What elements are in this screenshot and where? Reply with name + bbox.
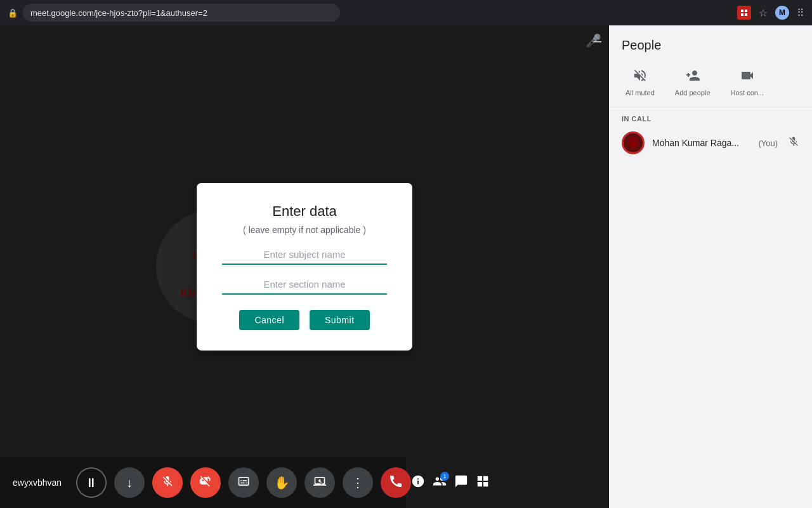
add-people-button[interactable]: Add people <box>666 63 719 102</box>
video-area: 🎤̶ King Mohan Enter data ( leave empty i… <box>0 25 609 508</box>
all-muted-button[interactable]: All muted <box>617 63 664 102</box>
svg-rect-3 <box>745 13 747 16</box>
dialog-buttons: Cancel Submit <box>239 310 369 330</box>
enter-data-dialog: Enter data ( leave empty if not applicab… <box>197 183 412 351</box>
browser-icons: ☆ M ⠿ <box>737 6 804 20</box>
dialog-overlay: Enter data ( leave empty if not applicab… <box>0 25 609 508</box>
participant-row: Mohan Kumar Raga... (You) <box>609 126 812 159</box>
add-people-label: Add people <box>675 89 710 97</box>
star-icon[interactable]: ☆ <box>759 7 768 19</box>
browser-bar: 🔒 meet.google.com/jce-hjos-zto?pli=1&aut… <box>0 0 812 25</box>
host-controls-icon <box>740 68 755 86</box>
participant-you-label: (You) <box>758 138 778 148</box>
participant-avatar <box>622 131 645 154</box>
subject-name-input[interactable] <box>222 245 387 265</box>
participant-mute-icon <box>788 136 799 150</box>
host-controls-button[interactable]: Host con... <box>722 63 773 102</box>
host-controls-label: Host con... <box>731 89 764 97</box>
svg-rect-1 <box>745 10 747 12</box>
extensions-icon[interactable]: ⠿ <box>797 7 804 19</box>
cancel-button[interactable]: Cancel <box>239 310 299 330</box>
url-bar[interactable]: meet.google.com/jce-hjos-zto?pli=1&authu… <box>23 4 340 22</box>
people-panel-title: People <box>609 25 812 58</box>
svg-rect-0 <box>741 10 743 12</box>
profile-icon[interactable]: M <box>775 6 789 20</box>
people-panel: People All muted Add people <box>609 25 812 508</box>
dialog-title: Enter data <box>272 203 337 220</box>
lock-icon: 🔒 <box>8 8 18 18</box>
participant-name: Mohan Kumar Raga... <box>652 138 750 148</box>
in-call-label: IN CALL <box>609 107 812 126</box>
add-people-icon <box>685 68 700 86</box>
svg-rect-2 <box>741 13 743 16</box>
submit-button[interactable]: Submit <box>310 310 370 330</box>
all-muted-icon <box>632 68 648 86</box>
participant-avatar-icon <box>624 133 643 152</box>
extension-icon[interactable] <box>737 6 751 20</box>
section-name-input[interactable] <box>222 275 387 295</box>
main-area: 🎤̶ King Mohan Enter data ( leave empty i… <box>0 25 812 508</box>
dialog-subtitle: ( leave empty if not applicable ) <box>243 225 366 235</box>
all-muted-label: All muted <box>625 89 655 97</box>
people-actions: All muted Add people Host con... <box>609 58 812 107</box>
